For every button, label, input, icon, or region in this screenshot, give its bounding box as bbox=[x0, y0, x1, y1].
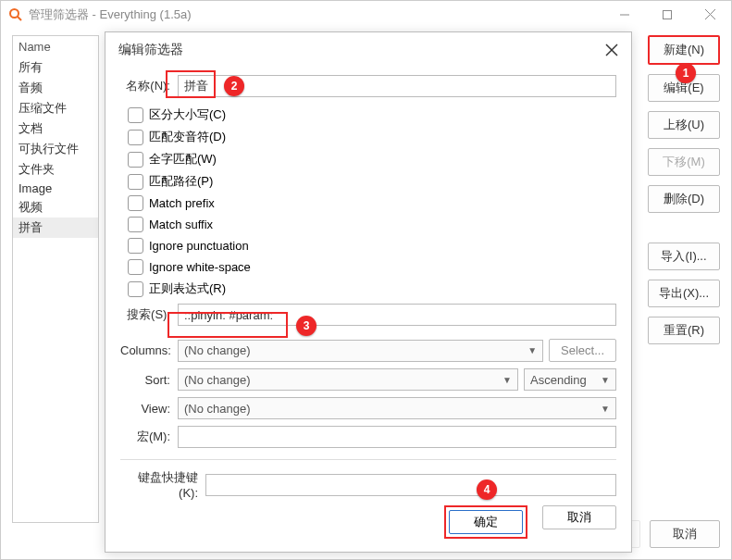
checkbox-label: Match suffix bbox=[149, 218, 213, 231]
annotation-1: 1 bbox=[676, 63, 696, 83]
dialog-footer: 确定 取消 bbox=[444, 505, 616, 539]
new-button[interactable]: 新建(N) bbox=[648, 35, 720, 65]
list-item[interactable]: 文档 bbox=[13, 118, 98, 139]
dialog-cancel-button[interactable]: 取消 bbox=[542, 505, 616, 529]
sort-label: Sort: bbox=[120, 373, 178, 387]
list-item[interactable]: 所有 bbox=[13, 57, 98, 78]
checkbox-row[interactable]: 全字匹配(W) bbox=[128, 148, 616, 170]
dialog-close-icon[interactable] bbox=[602, 40, 622, 60]
ok-highlight-box: 确定 bbox=[444, 505, 527, 539]
name-label: 名称(N): bbox=[120, 78, 178, 94]
titlebar: 管理筛选器 - Everything (1.5a) bbox=[0, 0, 732, 28]
checkbox-label: 正则表达式(R) bbox=[149, 280, 226, 297]
svg-point-0 bbox=[10, 9, 19, 18]
checkbox-row[interactable]: 正则表达式(R) bbox=[128, 278, 616, 300]
sort-direction-select[interactable]: Ascending ▼ bbox=[524, 368, 616, 391]
minimize-button[interactable] bbox=[603, 1, 646, 29]
search-input[interactable]: ::pinyin: #param: bbox=[178, 304, 616, 326]
hotkey-label: 键盘快捷键(K): bbox=[120, 469, 205, 500]
select-columns-button[interactable]: Select... bbox=[549, 339, 616, 362]
checkbox-icon[interactable] bbox=[128, 259, 143, 275]
checkbox-row[interactable]: Match suffix bbox=[128, 214, 616, 235]
checkbox-label: 区分大小写(C) bbox=[149, 106, 226, 123]
checkbox-label: 全字匹配(W) bbox=[149, 151, 217, 168]
list-item[interactable]: 压缩文件 bbox=[13, 98, 98, 118]
list-item[interactable]: Image bbox=[13, 180, 98, 197]
checkbox-row[interactable]: Ignore white-space bbox=[128, 256, 616, 278]
checkbox-row[interactable]: 匹配路径(P) bbox=[128, 170, 616, 193]
chevron-down-icon: ▼ bbox=[502, 375, 512, 385]
checkbox-icon[interactable] bbox=[128, 195, 143, 211]
import-button[interactable]: 导入(I)... bbox=[648, 243, 720, 270]
checkbox-icon[interactable] bbox=[128, 217, 143, 232]
dialog-titlebar: 编辑筛选器 bbox=[105, 32, 631, 68]
hotkey-input[interactable] bbox=[205, 474, 616, 496]
checkbox-label: Match prefix bbox=[149, 196, 215, 210]
checkbox-label: Ignore white-space bbox=[149, 260, 251, 274]
list-item[interactable]: 拼音 bbox=[13, 218, 98, 238]
window-title: 管理筛选器 - Everything (1.5a) bbox=[29, 6, 603, 23]
chevron-down-icon: ▼ bbox=[601, 375, 610, 385]
search-label: 搜索(S): bbox=[120, 306, 178, 323]
view-select[interactable]: (No change) ▼ bbox=[178, 397, 616, 419]
checkbox-row[interactable]: 区分大小写(C) bbox=[128, 104, 616, 126]
sort-direction-value: Ascending bbox=[530, 373, 587, 387]
checkbox-row[interactable]: Match prefix bbox=[128, 193, 616, 214]
columns-select[interactable]: (No change) ▼ bbox=[178, 340, 543, 362]
close-button[interactable] bbox=[689, 1, 731, 29]
macro-input[interactable] bbox=[178, 426, 616, 448]
list-item[interactable]: 文件夹 bbox=[13, 159, 98, 180]
list-header: Name bbox=[13, 36, 98, 57]
app-icon bbox=[8, 7, 23, 22]
list-item[interactable]: 可执行文件 bbox=[13, 139, 98, 159]
checkbox-icon[interactable] bbox=[128, 130, 143, 145]
export-button[interactable]: 导出(X)... bbox=[648, 280, 720, 307]
checkbox-icon[interactable] bbox=[128, 238, 143, 254]
checkbox-row[interactable]: Ignore punctuation bbox=[128, 235, 616, 256]
checkbox-row[interactable]: 匹配变音符(D) bbox=[128, 126, 616, 148]
delete-button[interactable]: 删除(D) bbox=[648, 185, 720, 213]
chevron-down-icon: ▼ bbox=[601, 404, 610, 414]
move-up-button[interactable]: 上移(U) bbox=[648, 111, 720, 139]
edit-filter-dialog: 编辑筛选器 名称(N): 拼音 区分大小写(C)匹配变音符(D)全字匹配(W)匹… bbox=[105, 31, 632, 553]
checkbox-icon[interactable] bbox=[128, 281, 143, 297]
list-item[interactable]: 视频 bbox=[13, 197, 98, 218]
dialog-title: 编辑筛选器 bbox=[118, 42, 602, 58]
dialog-ok-button[interactable]: 确定 bbox=[449, 510, 523, 534]
main-cancel-button[interactable]: 取消 bbox=[650, 520, 720, 548]
view-label: View: bbox=[120, 402, 178, 416]
macro-label: 宏(M): bbox=[120, 429, 178, 445]
maximize-button[interactable] bbox=[646, 1, 689, 29]
svg-rect-3 bbox=[664, 10, 672, 19]
checkbox-label: 匹配路径(P) bbox=[149, 173, 213, 190]
checkbox-icon[interactable] bbox=[128, 152, 143, 168]
annotation-2: 2 bbox=[224, 76, 244, 96]
columns-label: Columns: bbox=[120, 343, 178, 357]
view-value: (No change) bbox=[184, 402, 251, 416]
list-item[interactable]: 音频 bbox=[13, 78, 98, 98]
main-window: Name 所有音频压缩文件文档可执行文件文件夹Image视频拼音 新建(N) 编… bbox=[0, 28, 732, 560]
checkbox-label: Ignore punctuation bbox=[149, 239, 249, 253]
columns-value: (No change) bbox=[184, 343, 251, 357]
checkbox-icon[interactable] bbox=[128, 174, 143, 190]
svg-line-1 bbox=[18, 17, 21, 20]
checkbox-label: 匹配变音符(D) bbox=[149, 129, 226, 145]
annotation-3: 3 bbox=[296, 316, 316, 336]
move-down-button: 下移(M) bbox=[648, 148, 720, 176]
sort-value: (No change) bbox=[184, 373, 251, 387]
reset-button[interactable]: 重置(R) bbox=[648, 317, 720, 344]
filter-list: Name 所有音频压缩文件文档可执行文件文件夹Image视频拼音 bbox=[12, 35, 99, 523]
checkbox-icon[interactable] bbox=[128, 107, 143, 123]
sort-select[interactable]: (No change) ▼ bbox=[178, 368, 518, 391]
chevron-down-icon: ▼ bbox=[527, 345, 537, 355]
annotation-4: 4 bbox=[477, 479, 497, 500]
